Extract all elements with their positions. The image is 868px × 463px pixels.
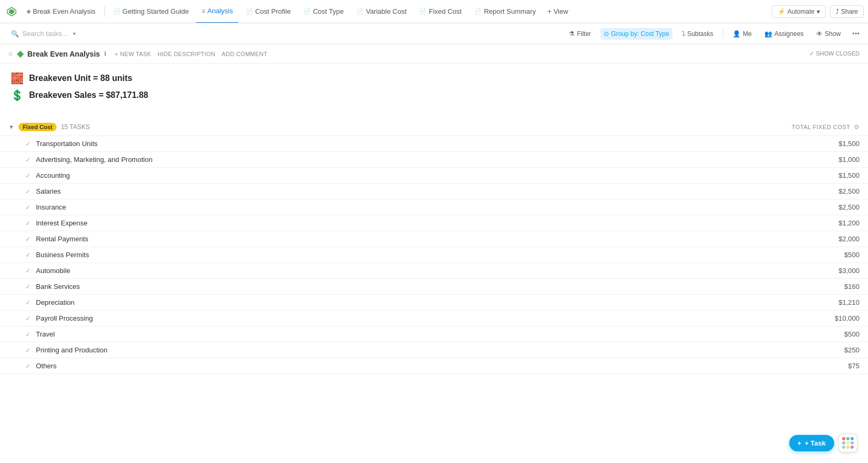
getting-started-label: Getting Started Guide <box>123 7 189 15</box>
fixed-cost-nav-label: Fixed Cost <box>429 7 461 15</box>
show-button[interactable]: 👁 Show <box>813 28 844 40</box>
task-value: $1,210 <box>817 298 860 306</box>
project-header: ○ ◆ Break Even Analysis ℹ + NEW TASK HID… <box>0 44 868 63</box>
col-header-area: TOTAL FIXED COST ⚙ <box>791 123 860 131</box>
assignees-icon: 👥 <box>764 30 772 38</box>
report-summary-label: Report Summary <box>484 7 535 15</box>
break-even-icon: ◆ <box>26 8 31 15</box>
search-placeholder: Search tasks... <box>22 30 68 38</box>
task-row[interactable]: ✓ Insurance $2,500 <box>0 199 868 215</box>
search-caret-icon: ▾ <box>73 31 76 37</box>
tab-analysis[interactable]: ≡ Analysis <box>196 0 238 23</box>
task-value: $1,500 <box>817 171 860 179</box>
task-row[interactable]: ✓ Printing and Production $250 <box>0 342 868 358</box>
task-check-icon: ✓ <box>25 331 31 338</box>
tab-cost-type[interactable]: 📄 Cost Type <box>298 0 349 23</box>
me-icon: 👤 <box>733 30 741 38</box>
sales-emoji: 💲 <box>11 89 24 102</box>
toolbar-right: ⚗ Filter ⊙ Group by: Cost Type ⤵ Subtask… <box>566 28 862 40</box>
subtasks-label: Subtasks <box>687 30 713 38</box>
fixed-cost-badge[interactable]: Fixed Cost <box>19 123 57 131</box>
task-row[interactable]: ✓ Interest Expense $1,200 <box>0 215 868 231</box>
variable-cost-icon: 📄 <box>356 8 364 15</box>
add-view-button[interactable]: + View <box>543 5 572 17</box>
task-row[interactable]: ✓ Payroll Processing $10,000 <box>0 311 868 326</box>
task-value: $250 <box>817 346 860 354</box>
view-label: + View <box>548 7 568 15</box>
task-name: Automobile <box>36 267 817 275</box>
task-check-icon: ✓ <box>25 140 31 148</box>
task-value: $2,000 <box>817 235 860 243</box>
summary-item-units: 🧱 Breakeven Unit = 88 units <box>11 72 857 85</box>
task-row[interactable]: ✓ Bank Services $160 <box>0 279 868 295</box>
task-check-icon: ✓ <box>25 299 31 306</box>
task-value: $1,500 <box>817 140 860 148</box>
search-box[interactable]: 🔍 Search tasks... ▾ <box>6 27 91 40</box>
task-name: Payroll Processing <box>36 314 817 322</box>
hide-description-button[interactable]: HIDE DESCRIPTION <box>158 51 215 57</box>
total-fixed-cost-header: TOTAL FIXED COST <box>791 124 850 130</box>
tab-break-even-analysis[interactable]: ◆ Break Even Analysis <box>21 0 101 23</box>
task-check-icon: ✓ <box>25 347 31 354</box>
task-row[interactable]: ✓ Advertising, Marketing, and Promotion … <box>0 152 868 168</box>
tab-variable-cost[interactable]: 📄 Variable Cost <box>351 0 412 23</box>
task-row[interactable]: ✓ Salaries $2,500 <box>0 184 868 199</box>
task-name: Bank Services <box>36 283 817 290</box>
share-label: Share <box>841 8 858 15</box>
task-list: ✓ Transportation Units $1,500 ✓ Advertis… <box>0 136 868 374</box>
task-row[interactable]: ✓ Business Permits $500 <box>0 247 868 263</box>
project-collapse-button[interactable]: ○ <box>8 50 13 58</box>
task-value: $2,500 <box>817 203 860 211</box>
task-check-icon: ✓ <box>25 267 31 275</box>
task-row[interactable]: ✓ Automobile $3,000 <box>0 263 868 279</box>
automate-label: Automate <box>788 8 815 15</box>
task-value: $10,000 <box>817 314 860 322</box>
share-button[interactable]: ⤴ Share <box>830 5 864 18</box>
tab-report-summary[interactable]: 📄 Report Summary <box>469 0 541 23</box>
fixed-cost-nav-icon: 📄 <box>419 8 427 15</box>
toolbar-divider-1 <box>723 30 723 38</box>
add-comment-button[interactable]: ADD COMMENT <box>221 51 267 57</box>
breakeven-sales-text: Breakeven Sales = $87,171.88 <box>29 90 149 100</box>
task-row[interactable]: ✓ Transportation Units $1,500 <box>0 136 868 152</box>
tab-fixed-cost[interactable]: 📄 Fixed Cost <box>414 0 467 23</box>
task-row[interactable]: ✓ Accounting $1,500 <box>0 168 868 184</box>
tab-getting-started[interactable]: 📄 Getting Started Guide <box>108 0 195 23</box>
tab-cost-profile[interactable]: 📄 Cost Profile <box>241 0 296 23</box>
automate-button[interactable]: ⚡ Automate ▾ <box>772 5 826 18</box>
task-check-icon: ✓ <box>25 283 31 290</box>
show-closed-button[interactable]: ✓ SHOW CLOSED <box>809 50 860 57</box>
task-name: Others <box>36 362 817 370</box>
more-options-button[interactable]: ••• <box>850 28 862 40</box>
task-row[interactable]: ✓ Depreciation $1,210 <box>0 295 868 311</box>
analysis-icon: ≡ <box>201 7 205 15</box>
col-header-settings-icon[interactable]: ⚙ <box>854 123 860 131</box>
group-by-icon: ⊙ <box>604 30 609 38</box>
task-value: $500 <box>817 251 860 259</box>
task-name: Insurance <box>36 203 817 211</box>
task-row[interactable]: ✓ Rental Payments $2,000 <box>0 231 868 247</box>
filter-button[interactable]: ⚗ Filter <box>566 28 594 40</box>
cost-type-label: Cost Type <box>313 7 344 15</box>
me-button[interactable]: 👤 Me <box>730 28 755 40</box>
project-info-icon[interactable]: ℹ <box>104 50 106 57</box>
toolbar: 🔍 Search tasks... ▾ ⚗ Filter ⊙ Group by:… <box>0 23 868 44</box>
group-collapse-button[interactable]: ▼ <box>8 124 14 130</box>
main-content: ○ ◆ Break Even Analysis ℹ + NEW TASK HID… <box>0 44 868 374</box>
assignees-button[interactable]: 👥 Assignees <box>761 28 807 40</box>
project-title: Break Even Analysis <box>27 50 100 58</box>
nav-right: ⚡ Automate ▾ ⤴ Share <box>772 5 864 18</box>
task-check-icon: ✓ <box>25 235 31 243</box>
new-task-button[interactable]: + NEW TASK <box>115 51 151 57</box>
getting-started-doc-icon: 📄 <box>113 8 121 15</box>
subtasks-button[interactable]: ⤵ Subtasks <box>679 28 716 40</box>
task-check-icon: ✓ <box>25 220 31 227</box>
task-row[interactable]: ✓ Travel $500 <box>0 326 868 342</box>
show-label: Show <box>825 30 841 38</box>
group-by-button[interactable]: ⊙ Group by: Cost Type <box>601 28 672 40</box>
filter-icon: ⚗ <box>569 30 575 38</box>
task-row[interactable]: ✓ Others $75 <box>0 358 868 374</box>
summary-section: 🧱 Breakeven Unit = 88 units 💲 Breakeven … <box>0 63 868 110</box>
filter-label: Filter <box>577 30 591 38</box>
task-name: Salaries <box>36 187 817 195</box>
